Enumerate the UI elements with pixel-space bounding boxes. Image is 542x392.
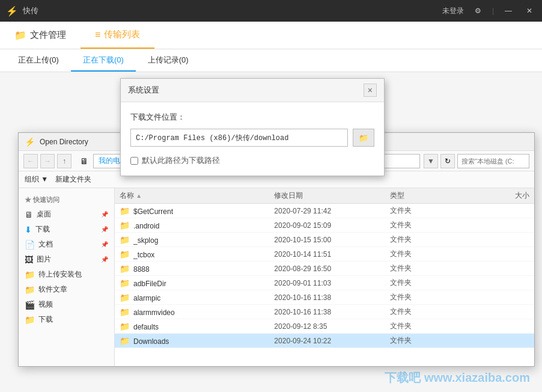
file-name: 📁_tcbox [120, 250, 274, 259]
tab-downloading-label: 正在下载(0) [83, 55, 124, 66]
sidebar-item-desktop-label: 桌面 [37, 209, 51, 219]
tab-upload-history[interactable]: 上传记录(0) [136, 49, 201, 72]
col-name: 名称 ▲ [120, 191, 274, 201]
nav-file-manage-label: 文件管理 [30, 29, 66, 41]
sidebar-item-software-label: 软件文章 [38, 284, 67, 295]
pin-icon-desktop: 📌 [101, 211, 108, 218]
col-size: 大小 [467, 191, 529, 201]
nav-transfer-list[interactable]: ≡ 传输列表 [81, 22, 154, 49]
nav-bar: 📁 文件管理 ≡ 传输列表 [0, 22, 542, 49]
file-rows-container: 📁$GetCurrent 2020-07-29 11:42 文件夹 📁.andr… [115, 204, 534, 348]
nav-transfer-list-label: 传输列表 [104, 29, 140, 40]
forward-button[interactable]: → [40, 154, 55, 168]
tab-bar: 正在上传(0) 正在下载(0) 上传记录(0) [0, 49, 542, 72]
file-type: 文件夹 [390, 335, 467, 346]
file-manage-icon: 📁 [14, 29, 26, 41]
back-button[interactable]: ← [23, 154, 38, 168]
nav-file-manage[interactable]: 📁 文件管理 [0, 22, 81, 49]
file-name: 📁.android [120, 221, 274, 230]
sidebar-item-software[interactable]: 📁 软件文章 [19, 282, 114, 297]
settings-icon[interactable]: ⚙ [471, 5, 485, 16]
sidebar: ★ 快速访问 🖥 桌面 📌 ⬇ 下载 📌 📄 文档 📌 🖼 [19, 188, 115, 366]
transfer-list-icon: ≡ [95, 29, 100, 40]
file-date: 2020-10-14 11:51 [274, 250, 390, 259]
up-button[interactable]: ↑ [57, 154, 72, 168]
sidebar-item-documents-label: 文档 [38, 239, 53, 250]
file-date: 2020-10-15 15:00 [274, 236, 390, 244]
sidebar-item-downloads[interactable]: ⬇ 下载 📌 [19, 222, 114, 237]
folder-icon: 📁 [120, 206, 130, 216]
file-list-header: 名称 ▲ 修改日期 类型 大小 [115, 188, 534, 204]
up-icon: ↑ [62, 157, 66, 165]
file-list: 名称 ▲ 修改日期 类型 大小 📁$GetCurrent [115, 188, 534, 366]
dropdown-button[interactable]: ▼ [424, 154, 438, 168]
dialog-body: 下载文件位置： 📁 默认此路径为下载路径 [121, 102, 384, 176]
file-name: 📁adbFileDir [120, 278, 274, 288]
col-type: 类型 [390, 191, 467, 201]
file-type: 文件夹 [390, 234, 467, 245]
table-row[interactable]: 📁alarmpic 2020-10-16 11:38 文件夹 [115, 290, 534, 305]
file-name: 📁_skplog [120, 235, 274, 245]
default-path-checkbox[interactable] [130, 157, 138, 165]
sidebar-item-download2[interactable]: 📁 下载 [19, 312, 114, 327]
file-date: 2020-09-01 11:03 [274, 279, 390, 287]
default-path-row: 默认此路径为下载路径 [130, 155, 374, 166]
tab-uploading[interactable]: 正在上传(0) [6, 49, 71, 72]
file-name: 📁alarmpic [120, 293, 274, 302]
sidebar-item-pictures[interactable]: 🖼 图片 📌 [19, 252, 114, 267]
sidebar-item-desktop[interactable]: 🖥 桌面 📌 [19, 207, 114, 222]
table-row[interactable]: 📁adbFileDir 2020-09-01 11:03 文件夹 [115, 276, 534, 290]
download-path-input[interactable] [130, 129, 348, 147]
file-name: 📁$GetCurrent [120, 206, 274, 216]
dialog-close-button[interactable]: × [364, 84, 377, 97]
file-name: 📁Downloads [120, 336, 274, 346]
file-date: 2020-10-16 11:38 [274, 308, 390, 316]
title-bar: ⚡ 快传 未登录 ⚙ | — ✕ [0, 0, 542, 22]
folder-icon: 📁 [120, 221, 130, 230]
table-row[interactable]: 📁8888 2020-08-29 16:50 文件夹 [115, 262, 534, 276]
file-date: 2020-09-24 10:22 [274, 337, 390, 345]
table-row[interactable]: 📁_tcbox 2020-10-14 11:51 文件夹 [115, 247, 534, 262]
refresh-button[interactable]: ↻ [440, 154, 455, 168]
pin-icon-pictures: 📌 [101, 256, 108, 263]
table-row[interactable]: 📁alarmmvideo 2020-10-16 11:38 文件夹 [115, 305, 534, 319]
new-folder-button[interactable]: 新建文件夹 [55, 174, 91, 185]
dialog-title-bar: 系统设置 × [121, 79, 384, 102]
minimize-button[interactable]: — [501, 5, 516, 16]
table-row[interactable]: 📁_skplog 2020-10-15 15:00 文件夹 [115, 233, 534, 247]
table-row[interactable]: 📁.android 2020-09-02 15:09 文件夹 [115, 218, 534, 233]
sidebar-item-pictures-label: 图片 [37, 254, 51, 265]
sidebar-item-documents[interactable]: 📄 文档 📌 [19, 237, 114, 252]
title-bar-right: 未登录 ⚙ | — ✕ [442, 5, 536, 16]
table-row[interactable]: 📁Downloads 2020-09-24 10:22 文件夹 [115, 334, 534, 348]
tab-downloading[interactable]: 正在下载(0) [71, 49, 136, 72]
tab-uploading-label: 正在上传(0) [18, 55, 59, 66]
table-row[interactable]: 📁defaults 2020-09-12 8:35 文件夹 [115, 319, 534, 334]
back-icon: ← [27, 157, 34, 165]
computer-icon: 🖥 [80, 156, 88, 166]
documents-icon: 📄 [25, 240, 35, 250]
user-status[interactable]: 未登录 [442, 6, 464, 16]
file-dialog-body: ★ 快速访问 🖥 桌面 📌 ⬇ 下载 📌 📄 文档 📌 🖼 [19, 188, 534, 366]
file-type: 文件夹 [390, 249, 467, 259]
file-date: 2020-09-12 8:35 [274, 322, 390, 331]
folder-icon: 📁 [120, 278, 130, 288]
file-type: 文件夹 [390, 263, 467, 274]
browse-button[interactable]: 📁 [353, 129, 374, 147]
video-icon: 🎬 [25, 300, 35, 310]
sidebar-item-upload-pkg[interactable]: 📁 待上传安装包 [19, 267, 114, 282]
folder-icon: 📁 [120, 264, 130, 274]
close-button[interactable]: ✕ [523, 5, 536, 16]
organize-button[interactable]: 组织 ▼ [25, 174, 48, 185]
desktop-icon: 🖥 [25, 210, 33, 219]
file-type: 文件夹 [390, 220, 467, 230]
watermark: 下载吧 www.xiazaiba.com [385, 370, 530, 386]
upload-pkg-icon: 📁 [25, 270, 35, 280]
search-input[interactable] [457, 154, 529, 168]
divider: | [492, 7, 494, 15]
table-row[interactable]: 📁$GetCurrent 2020-07-29 11:42 文件夹 [115, 204, 534, 218]
file-name: 📁8888 [120, 264, 274, 274]
default-path-label: 默认此路径为下载路径 [142, 155, 220, 166]
sidebar-item-video[interactable]: 🎬 视频 [19, 297, 114, 312]
folder-icon: 📁 [120, 250, 130, 259]
